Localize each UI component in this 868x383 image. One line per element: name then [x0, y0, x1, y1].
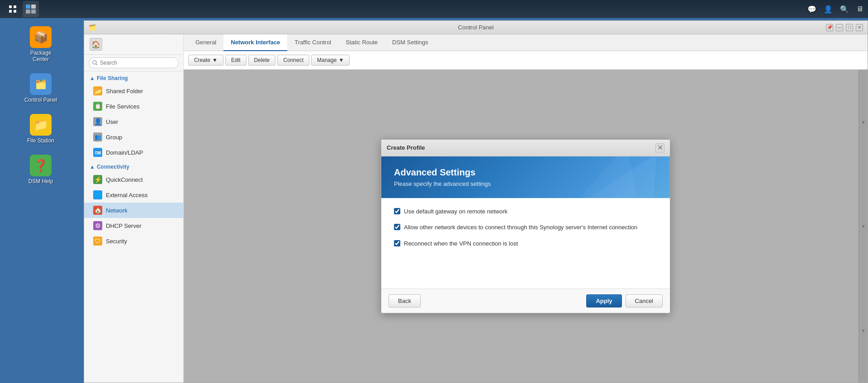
screen-icon[interactable]: 🖥 [856, 5, 863, 13]
sidebar-item-quickconnect-label: QuickConnect [106, 176, 143, 183]
sidebar-item-external-access[interactable]: 🌐 External Access [84, 187, 183, 203]
checkbox-item-default-gateway: Use default gateway on remote network [394, 207, 657, 216]
sidebar-item-domain-ldap-label: Domain/LDAP [106, 149, 143, 156]
taskbar-left [5, 1, 39, 17]
svg-rect-7 [31, 9, 36, 14]
sidebar-section-file-sharing[interactable]: ▲ File Sharing [84, 71, 183, 83]
sidebar-item-security[interactable]: 🛡 Security [84, 233, 183, 249]
sidebar-item-dhcp-server-label: DHCP Server [106, 222, 142, 229]
checkbox-reconnect-vpn-label: Reconnect when the VPN connection is los… [404, 239, 518, 248]
sidebar-home: 🏠 [84, 34, 183, 55]
dhcp-server-icon: ⚙ [93, 221, 102, 230]
desktop-icon-dsm-help[interactable]: ❓ DSM Help [20, 151, 61, 188]
desktop-icon-control-panel-label: Control Panel [24, 97, 57, 103]
control-panel-window: 🗂️ Control Panel 📌 — □ ✕ 🏠 ▲ File Sharin… [84, 20, 868, 383]
tab-traffic-control[interactable]: Traffic Control [287, 34, 338, 51]
manage-button[interactable]: Manage ▼ [311, 55, 350, 66]
checkbox-allow-devices[interactable] [394, 224, 400, 230]
connectivity-section-label: Connectivity [97, 164, 129, 170]
sidebar-home-button[interactable]: 🏠 [90, 38, 102, 51]
connectivity-collapse-icon: ▲ [90, 164, 95, 170]
taskbar-control-panel-button[interactable] [23, 1, 39, 17]
sidebar-item-file-services-label: File Services [106, 103, 139, 110]
desktop-icon-control-panel[interactable]: 🗂️ Control Panel [20, 70, 61, 107]
tab-network-interface[interactable]: Network Interface [223, 34, 287, 51]
sidebar-item-user[interactable]: 👤 User [84, 114, 183, 129]
tab-static-route[interactable]: Static Route [338, 34, 385, 51]
connect-button[interactable]: Connect [277, 55, 309, 66]
quickconnect-icon: ⚡ [93, 175, 102, 184]
manage-dropdown-arrow: ▼ [338, 57, 344, 63]
window-maximize-button[interactable]: □ [846, 24, 853, 31]
security-icon: 🛡 [93, 236, 102, 246]
modal-header-banner: Advanced Settings Please specify the adv… [381, 156, 670, 198]
taskbar-grid-button[interactable] [5, 1, 21, 17]
sidebar-item-external-access-label: External Access [106, 192, 148, 199]
group-icon: 👥 [93, 132, 102, 142]
modal-header-title: Advanced Settings [394, 167, 657, 178]
desktop-icon-package-center[interactable]: 📦 Package Center [20, 23, 61, 66]
create-button[interactable]: Create ▼ [188, 55, 223, 66]
shared-folder-icon: 📂 [93, 86, 102, 95]
modal-overlay: Create Profile ✕ Advanced Settings Pleas… [184, 70, 868, 383]
svg-rect-6 [26, 9, 30, 14]
section-label: File Sharing [97, 75, 128, 81]
sidebar-item-user-label: User [106, 118, 118, 125]
create-profile-modal: Create Profile ✕ Advanced Settings Pleas… [381, 139, 670, 313]
window-titlebar: 🗂️ Control Panel 📌 — □ ✕ [84, 21, 868, 34]
checkbox-default-gateway[interactable] [394, 208, 400, 214]
desktop-icon-file-station-label: File Station [27, 137, 54, 144]
window-pin-button[interactable]: 📌 [826, 24, 833, 31]
modal-body: Use default gateway on remote network Al… [381, 198, 670, 288]
create-dropdown-arrow: ▼ [212, 57, 218, 63]
file-services-icon: 📋 [93, 102, 102, 111]
content-area: ∨ ∨ ∨ Create Profile ✕ Advanced S [184, 70, 868, 383]
checkbox-allow-devices-label: Allow other network devices to connect t… [404, 223, 637, 232]
delete-button[interactable]: Delete [248, 55, 276, 66]
desktop-icon-file-station[interactable]: 📁 File Station [20, 110, 61, 147]
window-title: Control Panel [458, 24, 494, 31]
desktop-icon-package-center-label: Package Center [24, 50, 57, 62]
sidebar-item-security-label: Security [106, 238, 127, 245]
search-input[interactable] [89, 57, 179, 68]
main-content: General Network Interface Traffic Contro… [184, 34, 868, 383]
svg-rect-3 [14, 10, 16, 13]
modal-close-button[interactable]: ✕ [655, 143, 664, 152]
svg-rect-2 [9, 10, 12, 13]
external-access-icon: 🌐 [93, 190, 102, 199]
sidebar-item-dhcp-server[interactable]: ⚙ DHCP Server [84, 218, 183, 233]
window-title-icon: 🗂️ [89, 24, 96, 31]
back-button[interactable]: Back [389, 294, 421, 307]
modal-header-subtitle: Please specify the advanced settings [394, 180, 657, 187]
checkbox-reconnect-vpn[interactable] [394, 240, 400, 246]
window-minimize-button[interactable]: — [836, 24, 843, 31]
sidebar-item-quickconnect[interactable]: ⚡ QuickConnect [84, 172, 183, 187]
toolbar: Create ▼ Edit Delete Connect Manage ▼ [184, 51, 868, 70]
section-collapse-icon: ▲ [90, 75, 95, 81]
chat-icon[interactable]: 💬 [807, 5, 816, 14]
window-controls: 📌 — □ ✕ [826, 24, 863, 31]
search-icon[interactable]: 🔍 [840, 5, 849, 14]
checkbox-item-allow-devices: Allow other network devices to connect t… [394, 223, 657, 232]
tab-dsm-settings[interactable]: DSM Settings [385, 34, 435, 51]
sidebar-item-group-label: Group [106, 134, 122, 141]
window-close-button[interactable]: ✕ [856, 24, 863, 31]
modal-titlebar: Create Profile ✕ [381, 140, 670, 156]
window-body: 🏠 ▲ File Sharing 📂 Shared Folder 📋 File … [84, 34, 868, 383]
modal-title: Create Profile [387, 144, 425, 151]
sidebar-item-shared-folder[interactable]: 📂 Shared Folder [84, 83, 183, 99]
desktop-icon-dsm-help-label: DSM Help [28, 178, 53, 184]
svg-rect-4 [26, 5, 30, 9]
sidebar-item-domain-ldap[interactable]: 🪪 Domain/LDAP [84, 145, 183, 160]
sidebar-item-file-services[interactable]: 📋 File Services [84, 99, 183, 114]
checkbox-default-gateway-label: Use default gateway on remote network [404, 207, 508, 216]
user-icon[interactable]: 👤 [824, 5, 833, 14]
sidebar-item-group[interactable]: 👥 Group [84, 129, 183, 145]
tab-general[interactable]: General [188, 34, 223, 51]
desktop: 📦 Package Center 🗂️ Control Panel 📁 File… [0, 18, 81, 383]
edit-button[interactable]: Edit [225, 55, 247, 66]
cancel-button[interactable]: Cancel [626, 294, 663, 307]
apply-button[interactable]: Apply [586, 294, 621, 307]
sidebar-item-network[interactable]: 🏠 Network [84, 203, 183, 218]
sidebar-section-connectivity[interactable]: ▲ Connectivity [84, 160, 183, 172]
